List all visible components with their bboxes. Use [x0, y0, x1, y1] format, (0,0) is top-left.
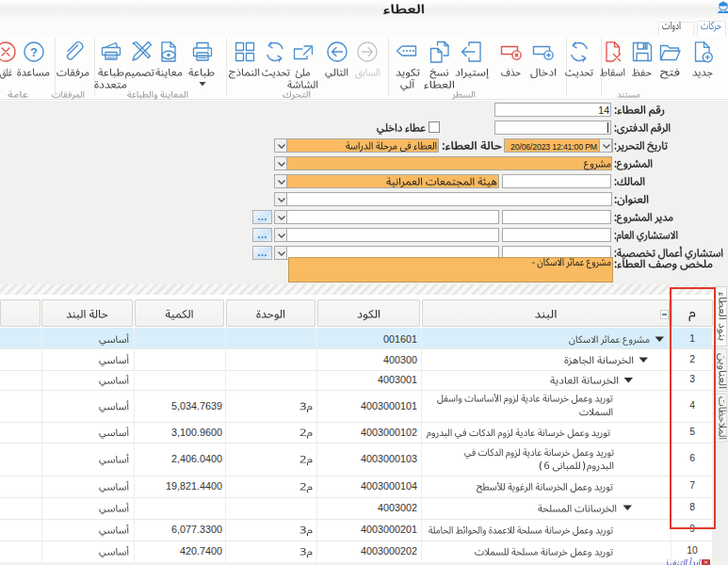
svg-text:?: ? [30, 45, 38, 59]
